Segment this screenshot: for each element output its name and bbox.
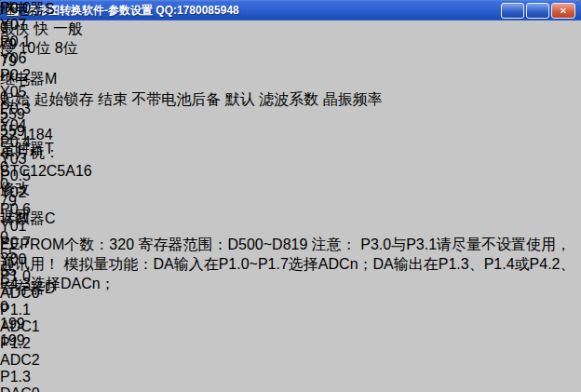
start-value-counter-c: 0: [0, 229, 20, 246]
register-name-relay-s: 继电器S: [0, 0, 581, 20]
end-value-register-d: 199: [0, 332, 37, 349]
end-value-relay-m: 559: [0, 123, 37, 140]
register-name-counter-c: 计数器C: [0, 210, 581, 229]
latch-input-relay-m[interactable]: 559: [0, 106, 581, 123]
register-name-timer-t: 定时器T: [0, 140, 581, 159]
latch-input-relay-s[interactable]: 79: [0, 36, 581, 53]
app-window: 梯形图转换软件-参数设置 QQ:1780085948 ✕ P0.0Y07P0.1…: [0, 0, 581, 392]
register-table: 继电器S07979继电器M0559559定时器T0079计数器C05555寄存器…: [0, 0, 581, 392]
register-name-register-d: 寄存器D: [0, 279, 581, 299]
end-value-relay-s: 79: [0, 53, 37, 70]
latch-input-register-d[interactable]: 199: [0, 316, 581, 332]
start-value-relay-m: 0: [0, 89, 20, 106]
start-value-register-d: 0: [0, 299, 20, 316]
start-value-timer-t: 0: [0, 159, 20, 176]
register-name-relay-m: 继电器M: [0, 70, 581, 89]
main-content: P0.0Y07P0.1Y06P0.2Y05P0.3Y04P0.4Y03P0.5Y…: [0, 0, 581, 294]
start-value-relay-s: 0: [0, 20, 20, 36]
end-value-timer-t: 79: [0, 193, 37, 210]
end-value-counter-c: 55: [0, 263, 37, 279]
latch-input-timer-t[interactable]: 0: [0, 176, 581, 193]
latch-input-counter-c[interactable]: 55: [0, 246, 581, 263]
